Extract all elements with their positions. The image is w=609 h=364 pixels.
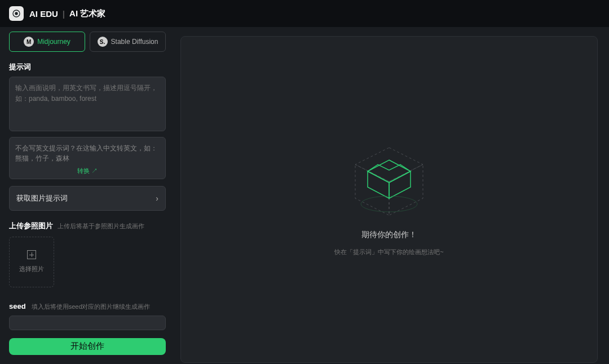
chevron-right-icon: ›	[156, 194, 158, 203]
empty-box-icon	[344, 143, 434, 222]
page-subtitle: AI 艺术家	[69, 8, 105, 19]
generate-button[interactable]: 开始创作	[9, 338, 166, 355]
tab-midjourney[interactable]: M Midjourney	[9, 32, 85, 52]
app-header: AI EDU | AI 艺术家	[0, 0, 609, 27]
result-canvas: 期待你的创作！ 快在「提示词」中写下你的绘画想法吧~	[180, 36, 598, 363]
upload-label: 上传参照图片	[9, 221, 53, 231]
brand-name: AI EDU	[29, 9, 58, 19]
title-separator: |	[63, 9, 65, 19]
translate-button[interactable]: 转换 ↗	[15, 163, 160, 175]
tab-label: Stable Diffusion	[111, 38, 158, 46]
canvas-title: 期待你的创作！	[361, 230, 417, 240]
model-tabs: M Midjourney S. Stable Diffusion	[9, 32, 166, 52]
translate-box[interactable]: 不会写英文提示词？在这输入中文转英文，如：熊猫，竹子，森林 转换 ↗	[9, 137, 166, 179]
upload-box[interactable]: 选择照片	[9, 237, 54, 287]
svg-marker-5	[368, 160, 411, 183]
prompt-input[interactable]	[9, 77, 166, 131]
seed-label: seed	[9, 302, 26, 310]
get-image-prompt-label: 获取图片提示词	[16, 193, 68, 203]
translate-placeholder: 不会写英文提示词？在这输入中文转英文，如：熊猫，竹子，森林	[15, 143, 160, 163]
upload-hint: 上传后将基于参照图片生成画作	[58, 222, 144, 230]
upload-button-label: 选择照片	[19, 265, 44, 273]
prompt-label: 提示词	[9, 62, 166, 72]
svg-marker-6	[368, 171, 389, 198]
svg-marker-7	[389, 171, 411, 198]
page-title: AI EDU | AI 艺术家	[29, 8, 105, 19]
midjourney-icon: M	[24, 37, 34, 47]
tab-label: Midjourney	[37, 38, 70, 46]
stable-diffusion-icon: S.	[98, 37, 108, 47]
seed-hint: 填入后将使用seed对应的图片继续生成画作	[32, 303, 151, 311]
control-sidebar: M Midjourney S. Stable Diffusion 提示词 不会写…	[0, 27, 175, 364]
canvas-hint: 快在「提示词」中写下你的绘画想法吧~	[334, 248, 443, 256]
plus-icon	[27, 250, 36, 259]
svg-point-1	[15, 12, 17, 15]
main-area: 期待你的创作！ 快在「提示词」中写下你的绘画想法吧~	[175, 27, 609, 364]
logo-icon	[9, 6, 24, 21]
seed-input[interactable]	[9, 316, 166, 330]
svg-marker-2	[355, 148, 423, 181]
tab-stable-diffusion[interactable]: S. Stable Diffusion	[90, 32, 166, 52]
get-image-prompt-row[interactable]: 获取图片提示词 ›	[9, 186, 166, 211]
